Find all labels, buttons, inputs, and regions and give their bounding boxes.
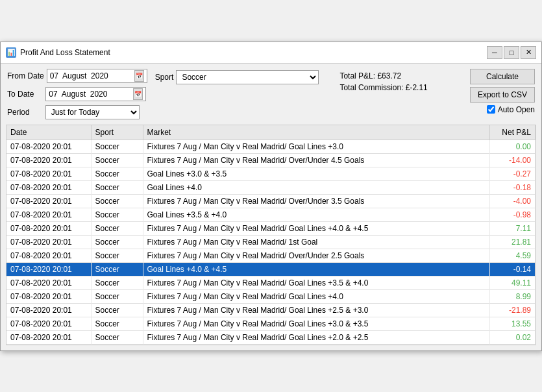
- period-row: Period Just for Today Yesterday This Wee…: [7, 105, 147, 119]
- cell-market: Fixtures 7 Aug / Man City v Real Madrid/…: [143, 140, 490, 153]
- table-row[interactable]: 07-08-2020 20:01SoccerFixtures 7 Aug / M…: [6, 330, 536, 344]
- calculate-button[interactable]: Calculate: [470, 69, 535, 84]
- table-row[interactable]: 07-08-2020 20:01SoccerFixtures 7 Aug / M…: [6, 235, 536, 249]
- window-title: Profit And Loss Statement: [20, 48, 110, 57]
- cell-market: Fixtures 7 Aug / Man City v Real Madrid/…: [143, 153, 490, 167]
- table-row[interactable]: 07-08-2020 20:01SoccerFixtures 7 Aug / M…: [6, 153, 536, 167]
- actions-area: Calculate Export to CSV Auto Open: [470, 69, 535, 114]
- table-row[interactable]: 07-08-2020 20:01SoccerGoal Lines +4.0-0.…: [6, 180, 536, 194]
- cell-sport: Soccer: [91, 153, 143, 167]
- col-sport: Sport: [91, 125, 143, 140]
- from-date-picker-button[interactable]: 📅: [134, 70, 144, 82]
- cell-date: 07-08-2020 20:01: [6, 194, 91, 208]
- to-date-picker-button[interactable]: 📅: [133, 88, 143, 100]
- to-date-row: To Date 📅: [7, 87, 147, 101]
- cell-sport: Soccer: [91, 167, 143, 180]
- cell-net-pnl: 0.00: [490, 140, 536, 153]
- title-bar: 📊 Profit And Loss Statement ─ □ ✕: [1, 42, 541, 64]
- cell-net-pnl: -14.00: [490, 153, 536, 167]
- cell-date: 07-08-2020 20:01: [6, 289, 91, 303]
- cell-sport: Soccer: [91, 303, 143, 317]
- sport-label: Sport: [155, 73, 174, 82]
- period-label: Period: [7, 108, 30, 117]
- auto-open-row: Auto Open: [487, 105, 535, 114]
- main-window: 📊 Profit And Loss Statement ─ □ ✕ From D…: [0, 42, 542, 351]
- cell-market: Goal Lines +4.0: [143, 180, 490, 194]
- cell-sport: Soccer: [91, 330, 143, 344]
- table-row[interactable]: 07-08-2020 20:01SoccerFixtures 7 Aug / M…: [6, 289, 536, 303]
- cell-net-pnl: 8.99: [490, 289, 536, 303]
- from-date-input[interactable]: 📅: [47, 69, 147, 83]
- to-date-input[interactable]: 📅: [45, 87, 146, 101]
- to-date-field[interactable]: [49, 90, 133, 99]
- cell-date: 07-08-2020 20:01: [6, 180, 91, 194]
- cell-date: 07-08-2020 20:01: [6, 221, 91, 235]
- cell-sport: Soccer: [91, 317, 143, 330]
- table-row[interactable]: 07-08-2020 20:01SoccerFixtures 7 Aug / M…: [6, 194, 536, 208]
- cell-net-pnl: 7.11: [490, 221, 536, 235]
- cell-net-pnl: -0.14: [490, 262, 536, 276]
- cell-net-pnl: 21.81: [490, 235, 536, 249]
- close-button[interactable]: ✕: [521, 46, 536, 59]
- cell-sport: Soccer: [91, 235, 143, 249]
- col-net-pnl: Net P&L: [490, 125, 536, 140]
- cell-sport: Soccer: [91, 276, 143, 289]
- table-row[interactable]: 07-08-2020 20:01SoccerGoal Lines +4.0 & …: [6, 262, 536, 276]
- cell-sport: Soccer: [91, 262, 143, 276]
- cell-sport: Soccer: [91, 289, 143, 303]
- cell-net-pnl: -0.27: [490, 167, 536, 180]
- cell-sport: Soccer: [91, 194, 143, 208]
- table-row[interactable]: 07-08-2020 20:01SoccerFixtures 7 Aug / M…: [6, 140, 536, 153]
- cell-market: Fixtures 7 Aug / Man City v Real Madrid/…: [143, 235, 490, 249]
- cell-date: 07-08-2020 20:01: [6, 317, 91, 330]
- export-csv-button[interactable]: Export to CSV: [470, 87, 535, 103]
- cell-net-pnl: 4.59: [490, 249, 536, 262]
- cell-net-pnl: 49.11: [490, 276, 536, 289]
- table-row[interactable]: 07-08-2020 20:01SoccerGoal Lines +3.5 & …: [6, 208, 536, 221]
- cell-market: Fixtures 7 Aug / Man City v Real Madrid/…: [143, 330, 490, 344]
- cell-date: 07-08-2020 20:01: [6, 330, 91, 344]
- from-date-field[interactable]: [50, 71, 134, 80]
- cell-market: Goal Lines +3.5 & +4.0: [143, 208, 490, 221]
- cell-market: Goal Lines +4.0 & +4.5: [143, 262, 490, 276]
- cell-date: 07-08-2020 20:01: [6, 208, 91, 221]
- minimize-button[interactable]: ─: [487, 46, 502, 59]
- auto-open-checkbox[interactable]: [487, 105, 495, 114]
- table-row[interactable]: 07-08-2020 20:01SoccerFixtures 7 Aug / M…: [6, 303, 536, 317]
- cell-date: 07-08-2020 20:01: [6, 276, 91, 289]
- table-row[interactable]: 07-08-2020 20:01SoccerFixtures 7 Aug / M…: [6, 249, 536, 262]
- cell-date: 07-08-2020 20:01: [6, 235, 91, 249]
- period-select[interactable]: Just for Today Yesterday This Week Last …: [45, 105, 140, 119]
- cell-market: Fixtures 7 Aug / Man City v Real Madrid/…: [143, 276, 490, 289]
- cell-sport: Soccer: [91, 140, 143, 153]
- col-market: Market: [143, 125, 490, 140]
- table-row[interactable]: 07-08-2020 20:01SoccerFixtures 7 Aug / M…: [6, 221, 536, 235]
- cell-sport: Soccer: [91, 180, 143, 194]
- total-commission: Total Commission: £-2.11: [339, 83, 427, 92]
- cell-market: Fixtures 7 Aug / Man City v Real Madrid/…: [143, 303, 490, 317]
- table-row[interactable]: 07-08-2020 20:01SoccerFixtures 7 Aug / M…: [6, 317, 536, 330]
- cell-sport: Soccer: [91, 221, 143, 235]
- cell-market: Fixtures 7 Aug / Man City v Real Madrid/…: [143, 317, 490, 330]
- data-table: Date Sport Market Net P&L 07-08-2020 20:…: [6, 125, 536, 345]
- title-bar-left: 📊 Profit And Loss Statement: [6, 47, 110, 58]
- table-body: 07-08-2020 20:01SoccerFixtures 7 Aug / M…: [6, 140, 536, 344]
- to-date-label: To Date: [7, 90, 34, 99]
- table-row[interactable]: 07-08-2020 20:01SoccerFixtures 7 Aug / M…: [6, 276, 536, 289]
- sport-select[interactable]: All Soccer Tennis Horse Racing Cricket: [176, 70, 319, 84]
- totals-area: Total P&L: £63.72 Total Commission: £-2.…: [339, 71, 427, 92]
- maximize-button[interactable]: □: [504, 46, 519, 59]
- cell-net-pnl: -4.00: [490, 194, 536, 208]
- cell-sport: Soccer: [91, 208, 143, 221]
- cell-net-pnl: 13.55: [490, 317, 536, 330]
- data-table-container: Date Sport Market Net P&L 07-08-2020 20:…: [6, 125, 536, 345]
- col-date: Date: [6, 125, 91, 140]
- cell-market: Fixtures 7 Aug / Man City v Real Madrid/…: [143, 289, 490, 303]
- cell-net-pnl: -21.89: [490, 303, 536, 317]
- from-date-row: From Date 📅: [7, 69, 147, 83]
- cell-date: 07-08-2020 20:01: [6, 167, 91, 180]
- title-bar-controls: ─ □ ✕: [487, 46, 536, 59]
- auto-open-label[interactable]: Auto Open: [498, 105, 535, 114]
- table-row[interactable]: 07-08-2020 20:01SoccerGoal Lines +3.0 & …: [6, 167, 536, 180]
- total-pnl: Total P&L: £63.72: [339, 71, 427, 80]
